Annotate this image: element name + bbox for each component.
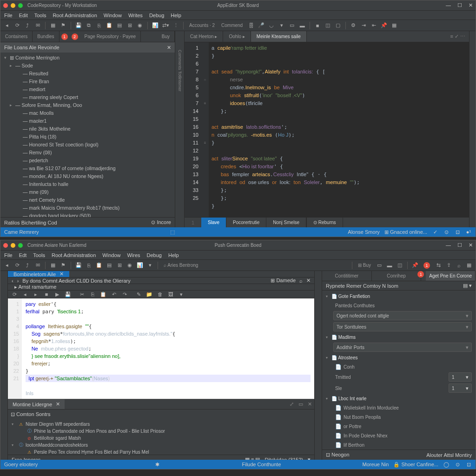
menu-wires[interactable]: Wires (127, 252, 140, 258)
tab-close-icon[interactable]: ✕ (60, 271, 64, 277)
save-icon[interactable]: 💾 (75, 262, 82, 269)
menu-edit[interactable]: Edt (19, 252, 27, 258)
property-row[interactable]: 📄Conh (322, 362, 476, 371)
status-right-1[interactable]: Moreue Nin (363, 462, 389, 467)
ext2-icon[interactable]: ⇤ (370, 22, 377, 29)
mt-copy-icon[interactable]: ⎘ (89, 291, 96, 298)
tree-item[interactable]: — marering sleely Copert (0, 93, 175, 101)
sidebar-tab-buy[interactable]: Buy (157, 31, 175, 42)
tree-item[interactable]: — Pitta Hq (18) (0, 132, 175, 140)
toolbar-buy[interactable]: ⊞ Buy (356, 263, 373, 268)
menu-file[interactable]: File (4, 13, 13, 18)
status-badge-3[interactable]: ⊡ (465, 461, 472, 468)
saveall-icon[interactable]: ⧉ (85, 22, 93, 29)
panel3-icon[interactable]: ◫ (396, 262, 403, 269)
flag-icon[interactable]: ⚑ (60, 262, 67, 269)
globe-icon[interactable]: ◉ (126, 262, 133, 269)
stop-icon[interactable]: ■ (314, 22, 321, 29)
status-badge-1[interactable]: ◯ (443, 461, 450, 468)
toolbar-search[interactable]: ⌕ Aries Bentrong (162, 263, 200, 268)
tree-item[interactable]: — Honored St Test coection (logol) (0, 140, 175, 148)
nav-back-icon[interactable]: ◂ (3, 22, 11, 29)
menu-edit[interactable]: Edit (19, 13, 28, 18)
tree-item[interactable]: — dondors hand Hockery (503) (0, 212, 175, 217)
status-mid[interactable]: Filude Conthunte (165, 462, 357, 467)
bottom-tab-2[interactable]: Pocorertrutie (226, 218, 266, 227)
menu-root[interactable]: Root Administration (52, 252, 96, 258)
menu-debug[interactable]: Debug (147, 252, 162, 258)
dropdown2-icon[interactable]: ▾ (278, 22, 285, 29)
mt-folder-icon[interactable]: 📁 (145, 291, 153, 298)
mt-img-icon[interactable]: 🖼 (167, 291, 174, 298)
close-dot[interactable] (3, 3, 8, 8)
mt-stop-icon[interactable]: ■ (43, 291, 50, 298)
property-row[interactable]: Aodithir Ports▾ (322, 342, 476, 353)
tree-item[interactable]: — pedertch (0, 156, 175, 164)
grid-icon[interactable]: ▤ (106, 262, 113, 269)
property-row[interactable]: 📄In Pode Doleve Nhex (322, 431, 476, 440)
box-icon[interactable]: ▢ (334, 22, 342, 29)
tree-item[interactable]: — mne (09) (0, 188, 175, 196)
cal-icon[interactable]: ▦ (390, 22, 398, 29)
dd-icon[interactable]: ▾ (146, 262, 154, 269)
sidebar-tab-project[interactable]: Page Repository · Payee (80, 31, 141, 42)
tree-root[interactable]: ▾⊞ Combine Merrington (0, 53, 175, 61)
message-row[interactable]: ⓘ Phine la Certanodate od Hion Pnos and … (12, 428, 311, 435)
prop-foot-right[interactable]: Alouter Attsl Montiry (426, 452, 472, 458)
bc-fwd-icon[interactable]: › (17, 278, 19, 284)
prop-tab-1[interactable]: Contititimer (322, 271, 372, 281)
tree-item[interactable]: — mark Maicis Ornmarodery Rob17 (tmecls) (0, 204, 175, 212)
sidebar-tab-bundles[interactable]: Bundles (33, 31, 59, 42)
nav-back-icon[interactable]: ◂ (3, 262, 11, 269)
mt-back-icon[interactable]: ◂ (21, 291, 29, 298)
minimize-dot[interactable] (11, 3, 15, 8)
layout-icon[interactable]: ▦ (49, 262, 57, 269)
status-right-2[interactable]: 🔒 Shoer Canfine... (393, 462, 438, 468)
light-editor[interactable]: 1134151618}202221 pary eslier'{ ferlhal … (8, 298, 314, 399)
save-icon[interactable]: 💾 (75, 22, 82, 29)
tree-item[interactable]: ▸— Sode (0, 61, 175, 69)
mt-redo-icon[interactable]: ↷ (121, 291, 128, 298)
tree-item[interactable]: — maoler1 (0, 117, 175, 125)
minimize-dot[interactable] (11, 243, 15, 248)
bottom-tab-1[interactable]: Slave (201, 218, 226, 227)
messages-tab[interactable]: Montine Lidergne ✕ (8, 399, 65, 409)
sidebar-tab-containers[interactable]: Containers (0, 31, 33, 42)
split-icon[interactable]: ⇆ (435, 262, 442, 269)
property-row[interactable]: 📄lif Berthon (322, 440, 476, 450)
sidebar-close-icon[interactable]: ✕ (167, 45, 171, 51)
tree-item[interactable]: — nert Cemety Idle (0, 196, 175, 204)
max-button[interactable]: ☐ (457, 2, 462, 8)
panel-icon[interactable]: ▭ (288, 22, 296, 29)
mt-undo-icon[interactable]: ↶ (110, 291, 118, 298)
tree-item[interactable]: — monder, AI 18J NU ontone Ngees) (0, 172, 175, 180)
message-row[interactable]: ⚠ Persle Peo Tex clonnd Hyme Fos Blet ad… (12, 449, 311, 455)
zoom-dot[interactable] (18, 3, 23, 8)
code-content[interactable]: a capile'ramp fetter idlie } act sead "h… (209, 42, 469, 217)
panel2-icon[interactable]: ▬ (298, 22, 306, 29)
globe-icon[interactable]: ◉ (136, 22, 144, 29)
chart-icon[interactable]: 📊 (152, 22, 159, 29)
mt-save-icon[interactable]: 💾 (64, 291, 72, 298)
vstrip-label[interactable]: Comments Totlintemer (178, 50, 182, 92)
search-icon[interactable]: ⌕ (455, 262, 463, 269)
code-content[interactable]: pary eslier'{ ferlhal pary 'fisectins 1;… (22, 298, 314, 399)
property-row[interactable]: Panteds Conthutes (322, 301, 476, 310)
mt-refresh-icon[interactable]: ⟳ (11, 291, 18, 298)
chart-icon[interactable]: 📊 (136, 262, 144, 269)
editor-tab-2[interactable]: Oohlo ▸ (223, 31, 251, 42)
split-icon[interactable]: ◫ (324, 22, 331, 29)
prop-foot-left[interactable]: ⊡ Neogon (326, 452, 350, 458)
close-button[interactable]: ✕ (469, 2, 473, 8)
tree-item[interactable]: — mediort (0, 85, 175, 93)
msg-close-icon[interactable]: ✕ (305, 401, 314, 407)
message-row[interactable]: ⊘ Betiiloltoir sgard Matsh (12, 435, 311, 442)
sidebar-bottom-left[interactable]: Ratilos Bichertiling Cod (4, 220, 57, 225)
min-button[interactable]: — (446, 242, 451, 248)
bottom-tab-3[interactable]: Nonj Smelse (266, 218, 306, 227)
grid-icon[interactable]: ▤ (116, 22, 123, 29)
property-row[interactable]: Ogert nofeded cont attgle▾ (322, 310, 476, 321)
file-tab-active[interactable]: Bombineletom Aile ✕ (8, 271, 69, 277)
menu-debug[interactable]: Debug (149, 13, 164, 18)
menu-help[interactable]: Help (171, 13, 181, 18)
